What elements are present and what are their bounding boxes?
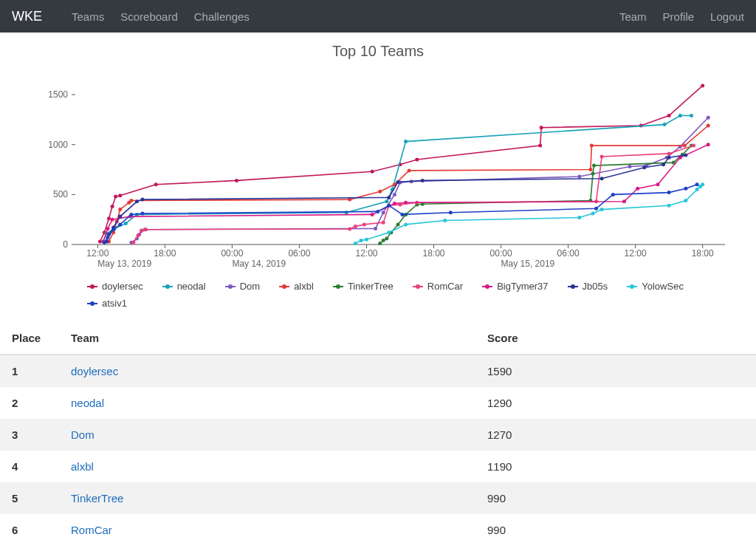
svg-point-171: [684, 187, 687, 191]
svg-point-78: [118, 208, 122, 211]
table-row: 4alxbl1190: [0, 451, 756, 482]
svg-point-44: [540, 126, 543, 129]
svg-point-57: [663, 123, 667, 126]
svg-point-155: [695, 188, 699, 191]
team-cell: RomCar: [59, 514, 475, 546]
team-link[interactable]: TinkerTree: [71, 492, 123, 505]
svg-point-162: [129, 213, 133, 216]
svg-text:May 13, 2019: May 13, 2019: [97, 259, 151, 269]
team-cell: doylersec: [59, 355, 475, 387]
svg-point-37: [118, 194, 122, 197]
svg-point-98: [591, 171, 595, 175]
nav-link-profile[interactable]: Profile: [663, 10, 695, 23]
svg-point-104: [137, 233, 140, 237]
nav-link-scoreboard[interactable]: Scoreboard: [120, 10, 178, 23]
svg-point-117: [692, 144, 695, 148]
place-cell: 2: [0, 387, 59, 419]
svg-point-66: [393, 193, 396, 196]
team-link[interactable]: Dom: [71, 428, 94, 441]
svg-point-89: [378, 242, 382, 245]
svg-point-74: [707, 116, 710, 120]
legend-item[interactable]: atsiv1: [87, 298, 127, 309]
team-cell: alxbl: [59, 451, 475, 482]
svg-point-122: [371, 213, 374, 216]
legend-label: YolowSec: [642, 281, 684, 292]
svg-point-88: [707, 124, 710, 128]
legend-swatch-icon: [482, 286, 492, 287]
svg-point-160: [111, 228, 115, 231]
svg-point-56: [404, 140, 408, 143]
legend-item[interactable]: RomCar: [413, 281, 463, 292]
svg-point-109: [362, 222, 366, 226]
score-cell: 990: [475, 514, 756, 546]
svg-point-59: [690, 114, 693, 117]
nav-link-logout[interactable]: Logout: [710, 10, 744, 23]
svg-point-93: [396, 222, 400, 226]
svg-point-152: [600, 208, 604, 211]
svg-point-124: [404, 201, 408, 205]
svg-text:06:00: 06:00: [288, 248, 310, 259]
table-row: 2neodal1290: [0, 387, 756, 419]
table-row: 6RomCar990: [0, 514, 756, 546]
team-cell: neodal: [59, 387, 475, 419]
legend-item[interactable]: neodal: [162, 281, 206, 292]
svg-point-69: [577, 175, 581, 179]
svg-text:18:00: 18:00: [692, 248, 714, 259]
svg-point-54: [385, 199, 388, 203]
score-chart-svg: 05001000150012:00May 13, 201918:0000:00M…: [24, 67, 732, 274]
svg-point-143: [684, 153, 687, 157]
team-link[interactable]: doylersec: [71, 365, 118, 377]
svg-point-80: [129, 199, 133, 202]
svg-point-42: [415, 158, 419, 162]
svg-point-127: [656, 182, 660, 186]
header-score: Score: [475, 322, 756, 355]
place-cell: 4: [0, 451, 59, 482]
legend-swatch-icon: [87, 286, 97, 287]
legend-item[interactable]: TinkerTree: [333, 281, 394, 292]
nav-link-team[interactable]: Team: [619, 10, 647, 23]
legend-item[interactable]: doylersec: [87, 281, 143, 292]
nav-link-teams[interactable]: Teams: [72, 10, 104, 23]
svg-point-147: [387, 230, 391, 234]
legend-swatch-icon: [413, 286, 423, 287]
svg-point-139: [600, 177, 604, 180]
svg-point-170: [667, 191, 671, 194]
legend-item[interactable]: alxbl: [279, 281, 314, 292]
score-cell: 990: [475, 482, 756, 514]
svg-point-70: [628, 165, 632, 168]
nav-link-challenges[interactable]: Challenges: [194, 10, 250, 23]
legend-label: atsiv1: [102, 298, 127, 309]
svg-point-39: [235, 179, 238, 182]
svg-text:00:00: 00:00: [221, 248, 243, 259]
legend-label: doylersec: [102, 281, 143, 292]
table-row: 3Dom1270: [0, 419, 756, 451]
legend-item[interactable]: BigTymer37: [482, 281, 548, 292]
score-cell: 1190: [475, 451, 756, 482]
score-chart[interactable]: 05001000150012:00May 13, 201918:0000:00M…: [24, 67, 732, 309]
team-link[interactable]: RomCar: [71, 524, 112, 536]
team-link[interactable]: neodal: [71, 397, 104, 409]
svg-point-144: [354, 242, 357, 245]
legend-item[interactable]: Dom: [225, 281, 260, 292]
legend-item[interactable]: YolowSec: [627, 281, 684, 292]
legend-swatch-icon: [225, 286, 236, 287]
score-cell: 1290: [475, 387, 756, 419]
svg-text:12:00: 12:00: [355, 248, 377, 259]
svg-point-133: [118, 215, 122, 219]
legend-item[interactable]: Jb05s: [568, 281, 608, 292]
svg-point-137: [396, 180, 400, 184]
legend-swatch-icon: [87, 303, 97, 304]
brand-logo[interactable]: WKE: [12, 9, 42, 24]
svg-point-87: [683, 144, 687, 148]
svg-point-38: [154, 182, 158, 186]
team-link[interactable]: alxbl: [71, 460, 94, 473]
svg-point-107: [348, 228, 351, 231]
svg-point-43: [538, 144, 542, 148]
svg-point-165: [387, 204, 391, 208]
legend-label: TinkerTree: [348, 281, 394, 292]
svg-point-40: [371, 170, 374, 174]
svg-point-142: [667, 156, 671, 160]
nav-right: Team Profile Logout: [619, 10, 744, 23]
svg-point-91: [385, 236, 388, 240]
table-row: 5TinkerTree990: [0, 482, 756, 514]
